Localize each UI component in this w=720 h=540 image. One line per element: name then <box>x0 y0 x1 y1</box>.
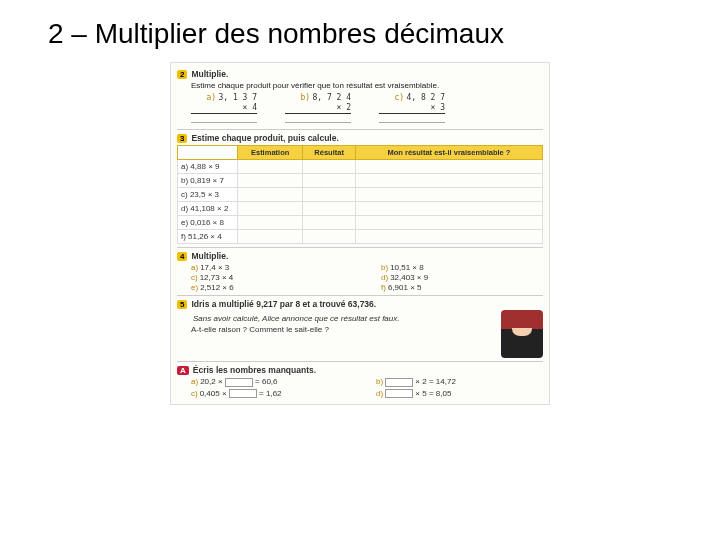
ex3-row-b: b) 0,819 × 7 <box>178 174 238 188</box>
ex5-badge: 5 <box>177 300 187 309</box>
ex5-line1: Idris a multiplié 9,217 par 8 et a trouv… <box>191 299 376 309</box>
ex2-b-label: b) <box>300 93 312 103</box>
ex3-row-e: e) 0,016 × 8 <box>178 216 238 230</box>
ex2-problems: a)3, 1 3 7 × 4 b)8, 7 2 4 × 2 c)4, 8 2 7… <box>191 93 543 123</box>
ex3-row-a: a) 4,88 × 9 <box>178 160 238 174</box>
ex2-c-top: 4, 8 2 7 <box>406 93 445 102</box>
ex2-sub: Estime chaque produit pour vérifier que … <box>191 81 543 90</box>
ex2-a-top: 3, 1 3 7 <box>218 93 257 102</box>
ex5-line3: A-t-elle raison ? Comment le sait-elle ? <box>191 325 495 335</box>
exA-header: A Écris les nombres manquants. <box>177 365 543 375</box>
exA-d: d) × 5 = 8,05 <box>376 389 543 398</box>
exA-title: Écris les nombres manquants. <box>193 365 316 375</box>
ex3-table: Estimation Résultat Mon résultat est-il … <box>177 145 543 244</box>
ex3-badge: 3 <box>177 134 187 143</box>
ex2-c-bot: × 3 <box>379 103 445 113</box>
ex2-c: c)4, 8 2 7 × 3 <box>379 93 445 123</box>
ex4-title: Multiplie. <box>191 251 228 261</box>
ex2-a-label: a) <box>206 93 218 103</box>
ex4-b: b)10,51 × 8 <box>381 263 543 272</box>
ex3-row-d: d) 41,108 × 2 <box>178 202 238 216</box>
ex2-b: b)8, 7 2 4 × 2 <box>285 93 351 123</box>
ex3-h-vrais: Mon résultat est-il vraisemblable ? <box>355 146 542 160</box>
alice-avatar <box>501 310 543 358</box>
ex4-a: a)17,4 × 3 <box>191 263 353 272</box>
ex3-h-resultat: Résultat <box>303 146 356 160</box>
ex2-c-label: c) <box>394 93 406 103</box>
ex4-c: c)12,73 × 4 <box>191 273 353 282</box>
ex5-body: Sans avoir calculé, Alice annonce que ce… <box>191 310 543 358</box>
worksheet-image: 2 Multiplie. Estime chaque produit pour … <box>170 62 550 405</box>
ex2-b-top: 8, 7 2 4 <box>312 93 351 102</box>
ex3-h-estimation: Estimation <box>238 146 303 160</box>
ex5-header: 5 Idris a multiplié 9,217 par 8 et a tro… <box>177 299 543 309</box>
ex3-title: Estime chaque produit, puis calcule. <box>191 133 338 143</box>
ex3-row-c: c) 23,5 × 3 <box>178 188 238 202</box>
exA-a: a)20,2 × = 60,6 <box>191 377 358 386</box>
ex3-row-f: f) 51,26 × 4 <box>178 230 238 244</box>
ex2-a: a)3, 1 3 7 × 4 <box>191 93 257 123</box>
ex2-a-bot: × 4 <box>191 103 257 113</box>
exA-grid: a)20,2 × = 60,6 b) × 2 = 14,72 c)0,405 ×… <box>191 377 543 398</box>
ex2-b-bot: × 2 <box>285 103 351 113</box>
exA-b: b) × 2 = 14,72 <box>376 377 543 386</box>
ex4-header: 4 Multiplie. <box>177 251 543 261</box>
ex4-d: d)32,403 × 9 <box>381 273 543 282</box>
exA-c: c)0,405 × = 1,62 <box>191 389 358 398</box>
exA-badge: A <box>177 366 189 375</box>
ex4-grid: a)17,4 × 3 b)10,51 × 8 c)12,73 × 4 d)32,… <box>191 263 543 292</box>
ex3-header: 3 Estime chaque produit, puis calcule. <box>177 133 543 143</box>
page-title: 2 – Multiplier des nombres décimaux <box>0 0 720 62</box>
ex2-header: 2 Multiplie. <box>177 69 543 79</box>
ex4-badge: 4 <box>177 252 187 261</box>
ex5-line2: Sans avoir calculé, Alice annonce que ce… <box>193 314 400 323</box>
ex2-title: Multiplie. <box>191 69 228 79</box>
ex2-badge: 2 <box>177 70 187 79</box>
ex4-f: f)6,901 × 5 <box>381 283 543 292</box>
ex4-e: e)2,512 × 6 <box>191 283 353 292</box>
